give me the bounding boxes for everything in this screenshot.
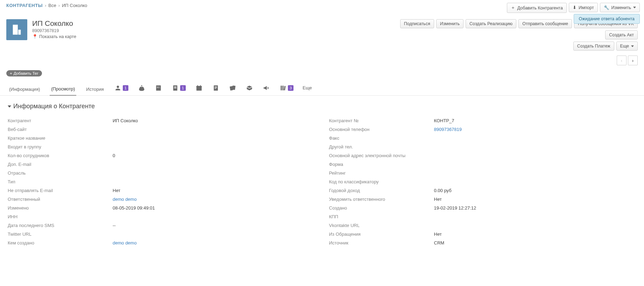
edit-button[interactable]: Изменить (436, 19, 463, 28)
field-value[interactable]: demo demo (113, 240, 137, 245)
field-label: Основной телефон (329, 127, 434, 132)
field-row: Годовой доход0.00 руб (329, 186, 637, 195)
field-row: Факс (329, 134, 637, 142)
subscribe-button[interactable]: Подписаться (400, 19, 434, 28)
building-icon (11, 24, 23, 36)
field-label: КПП (329, 214, 434, 219)
plus-icon: ＋ (511, 5, 515, 11)
tab-contacts[interactable]: 1 (114, 84, 129, 95)
create-payment-button[interactable]: Создать Платеж (573, 42, 614, 51)
field-label: Доп. E-mail (8, 162, 113, 167)
field-row: Создано19-02-2019 12:27:12 (329, 204, 637, 212)
svg-rect-10 (215, 87, 217, 87)
field-value: Нет (113, 188, 120, 193)
tab-view[interactable]: (Просмотр) (50, 83, 76, 96)
field-value[interactable]: 89097367819 (434, 127, 462, 132)
edit-dropdown-label: Изменить (611, 5, 631, 10)
tab-forms[interactable]: 3 (279, 84, 294, 95)
edit-dropdown-button[interactable]: 🔧 Изменить (600, 3, 640, 12)
svg-rect-8 (200, 85, 201, 86)
create-sale-button[interactable]: Создать Реализацию (466, 19, 516, 28)
field-label: Дата последнего SMS (8, 223, 113, 228)
chevron-right-icon: › (45, 3, 46, 8)
field-row: Основной телефон89097367819 (329, 125, 637, 134)
field-value: 19-02-2019 12:27:12 (434, 205, 476, 211)
badge: 1 (123, 85, 128, 91)
tab-calendar[interactable] (195, 84, 203, 95)
field-label: Изменено (8, 205, 113, 211)
field-label: Основной адрес электронной почты (329, 153, 434, 158)
field-label: ИНН (8, 214, 113, 219)
field-row: Дата последнего SMS-- (8, 221, 315, 230)
field-row: Тип (8, 177, 315, 186)
field-label: Кем создано (8, 240, 113, 245)
badge: 1 (180, 85, 186, 91)
breadcrumb-root[interactable]: КОНТРАГЕНТЫ (6, 3, 43, 8)
tab-docs[interactable]: 1 (171, 84, 186, 95)
doc-icon (172, 85, 179, 91)
field-label: Веб-сайт (8, 127, 113, 132)
import-button[interactable]: ⬇ Импорт (569, 3, 598, 12)
field-label: Отрасль (8, 170, 113, 176)
field-label: Другой тел. (329, 144, 434, 149)
field-row: Форма (329, 160, 637, 169)
tab-notes[interactable] (212, 84, 220, 95)
field-label: Годовой доход (329, 188, 434, 193)
breadcrumb-all[interactable]: Все (48, 3, 56, 8)
field-row: Другой тел. (329, 142, 637, 151)
caret-down-icon (633, 7, 636, 8)
svg-text:SO: SO (157, 86, 160, 88)
tab-more[interactable]: Еще (303, 85, 313, 94)
more-actions-label: Еще (620, 44, 629, 49)
field-row: Из ОбращенияНет (329, 230, 637, 239)
show-on-map-label: Показать на карте (39, 34, 76, 39)
field-label: Не отправлять E-mail (8, 188, 113, 193)
badge: 3 (288, 85, 293, 91)
tab-cards[interactable] (228, 84, 237, 95)
add-tag-button[interactable]: + Добавить Тег (6, 70, 42, 76)
svg-rect-12 (215, 88, 216, 89)
svg-rect-11 (215, 87, 217, 88)
pager-next[interactable]: › (628, 56, 638, 65)
svg-rect-15 (281, 86, 282, 90)
pager-prev: ‹ (617, 56, 627, 65)
import-label: Импорт (579, 5, 594, 10)
tab-history[interactable]: История (85, 84, 105, 95)
tab-box[interactable] (245, 84, 254, 95)
field-value[interactable]: demo demo (113, 197, 137, 202)
field-row: Основной адрес электронной почты (329, 151, 637, 160)
svg-rect-14 (232, 86, 235, 90)
tab-so[interactable]: SO (154, 84, 163, 95)
section-title[interactable]: Информация о Контрагенте (8, 103, 636, 110)
breadcrumb-current: ИП Соколко (62, 3, 87, 8)
pin-icon: 📍 (32, 34, 38, 39)
tab-more-label: Еще (303, 85, 312, 90)
field-row: Контрагент №КОНТР_7 (329, 116, 637, 125)
more-actions-button[interactable]: Еще (616, 42, 638, 51)
tab-info[interactable]: (Информация) (8, 84, 41, 95)
tab-announce[interactable] (262, 84, 270, 95)
field-label: Источник (329, 240, 434, 245)
cards-icon (229, 85, 236, 91)
field-label: Контрагент (8, 118, 113, 123)
show-on-map-link[interactable]: 📍 Показать на карте (32, 34, 76, 39)
books-icon (279, 85, 286, 91)
field-label: Факс (329, 135, 434, 141)
field-row: ИсточникCRM (329, 239, 637, 247)
add-contractor-button[interactable]: ＋ Добавить Контрагента (507, 3, 567, 13)
chevron-right-icon: › (58, 3, 60, 8)
field-label: Тип (8, 179, 113, 184)
megaphone-icon (263, 85, 270, 91)
field-label: Ответственный (8, 197, 113, 202)
breadcrumb: КОНТРАГЕНТЫ › Все › ИП Соколко (6, 3, 87, 8)
field-row: Рейтинг (329, 169, 637, 177)
header-phone: 89097367819 (32, 28, 76, 33)
page-title: ИП Соколко (32, 19, 76, 28)
field-label: Создано (329, 205, 434, 211)
field-value: Нет (434, 232, 442, 237)
svg-rect-4 (174, 88, 177, 88)
create-act-button[interactable]: Создать Акт (605, 30, 638, 39)
tab-money[interactable] (137, 84, 146, 95)
send-message-button[interactable]: Отправить сообщение (518, 19, 572, 28)
field-value: 08-05-2019 09:49:01 (113, 205, 155, 211)
